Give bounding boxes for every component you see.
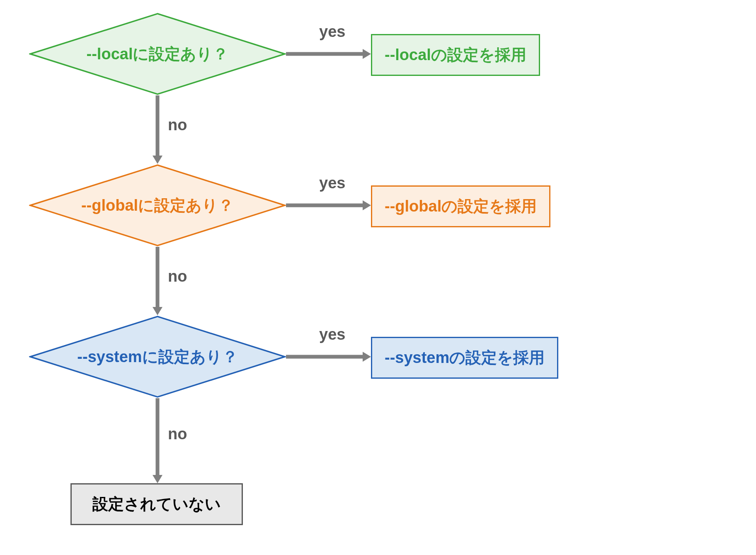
decision-system: --systemに設定あり？ (29, 315, 286, 398)
flag-global: --global (81, 197, 138, 214)
result-suffix-local: の設定を採用 (431, 46, 526, 63)
arrow-yes-global (286, 199, 371, 212)
arrow-no-system (151, 398, 164, 483)
label-no-system: no (168, 425, 187, 443)
terminal-box: 設定されていない (70, 483, 243, 525)
flag-local: --local (87, 45, 133, 63)
decision-global: --globalに設定あり？ (29, 164, 286, 247)
result-global: --globalの設定を採用 (371, 185, 550, 227)
result-local: --localの設定を採用 (371, 34, 540, 76)
result-suffix-global: の設定を採用 (441, 197, 537, 215)
label-yes-local: yes (319, 23, 345, 41)
result-system: --systemの設定を採用 (371, 337, 558, 379)
svg-marker-13 (153, 156, 162, 164)
label-yes-global: yes (319, 174, 345, 192)
arrow-no-local (151, 95, 164, 164)
svg-marker-15 (153, 307, 162, 315)
label-yes-system: yes (319, 326, 345, 343)
arrow-yes-local (286, 48, 371, 60)
decision-suffix-global: に設定あり？ (138, 197, 234, 214)
decision-suffix-local: に設定あり？ (133, 45, 228, 63)
result-flag-global: --global (385, 197, 441, 215)
label-no-local: no (168, 116, 187, 134)
svg-marker-17 (153, 475, 162, 483)
result-flag-system: --system (385, 349, 449, 366)
result-suffix-system: の設定を採用 (449, 349, 545, 366)
result-flag-local: --local (385, 46, 431, 63)
arrow-yes-system (286, 351, 371, 363)
decision-local: --localに設定あり？ (29, 12, 286, 95)
flag-system: --system (77, 348, 142, 365)
svg-marker-7 (363, 49, 371, 59)
label-no-global: no (168, 268, 187, 285)
decision-suffix-system: に設定あり？ (142, 348, 238, 365)
arrow-no-global (151, 247, 164, 315)
svg-marker-9 (363, 200, 371, 210)
svg-marker-11 (363, 352, 371, 362)
